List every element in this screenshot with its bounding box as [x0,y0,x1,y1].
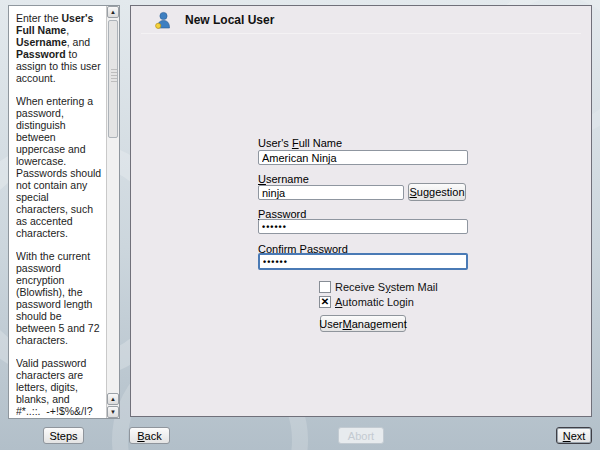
scroll-up-icon[interactable]: ▲ [107,6,119,18]
main-dialog-panel: New Local User User's Full Name Username… [130,5,592,417]
user-management-button[interactable]: User Management [320,315,406,332]
help-scrollbar[interactable]: ▲ ▲ ▼ [106,6,119,418]
help-paragraph: Valid password characters are letters, d… [16,357,103,415]
password-input[interactable] [258,219,468,234]
receive-system-mail-label[interactable]: Receive System Mail [335,281,438,293]
next-button[interactable]: Next [556,427,592,444]
automatic-login-checkbox[interactable]: ✕ [319,296,331,308]
scrollbar-grip [111,69,117,83]
full-name-label: User's Full Name [258,137,342,149]
username-input[interactable] [258,185,404,200]
abort-button: Abort [338,427,384,444]
automatic-login-label[interactable]: Automatic Login [335,296,414,308]
help-panel: Enter the User's Full Name, Username, an… [8,5,120,419]
suggestion-button[interactable]: Suggestion [408,183,466,201]
back-button[interactable]: Back [129,427,170,444]
yast-wizard-window: Enter the User's Full Name, Username, an… [0,0,600,450]
user-icon [153,10,173,30]
dialog-title: New Local User [185,13,274,27]
scroll-down-icon[interactable]: ▼ [107,406,119,418]
help-paragraph: With the current password encryption (Bl… [16,250,103,346]
help-paragraph: When entering a password, distinguish be… [16,95,103,239]
full-name-input[interactable] [258,150,468,165]
receive-system-mail-checkbox[interactable] [319,281,331,293]
username-label: Username [258,173,309,185]
confirm-password-input[interactable] [258,253,468,270]
help-paragraph: Enter the User's Full Name, Username, an… [16,12,103,84]
help-content: Enter the User's Full Name, Username, an… [16,12,103,415]
scrollbar-thumb[interactable] [108,20,118,138]
steps-button[interactable]: Steps [43,427,84,444]
header-separator [141,33,581,34]
scroll-up-icon-bottom[interactable]: ▲ [107,393,119,405]
